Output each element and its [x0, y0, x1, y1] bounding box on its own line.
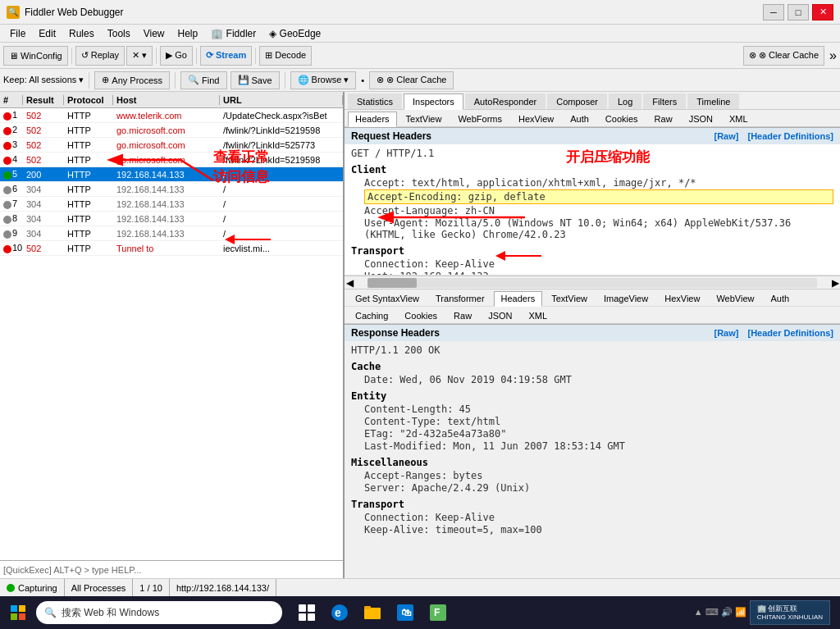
browse-button[interactable]: 🌐 Browse ▾ [290, 71, 357, 89]
col-header-url: URL [220, 95, 343, 105]
menu-tools[interactable]: Tools [101, 26, 137, 41]
response-tab-headers[interactable]: Headers [494, 291, 543, 307]
save-button[interactable]: 💾 Save [231, 71, 280, 89]
table-row[interactable]: 1 502 HTTP www.telerik.com /UpdateCheck.… [0, 108, 343, 123]
table-row[interactable]: 2 502 HTTP go.microsoft.com /fwlink/?Lin… [0, 123, 343, 138]
quickexec-text: [QuickExec] ALT+Q > type HELP... [3, 565, 141, 575]
explorer-icon[interactable] [358, 598, 387, 627]
response-subtab-caching[interactable]: Caching [348, 308, 395, 323]
table-row[interactable]: 7 304 HTTP 192.168.144.133 / [0, 197, 343, 212]
edge-icon[interactable]: e [325, 598, 354, 627]
sub-tab-hexview[interactable]: HexView [511, 112, 561, 126]
taskbar-app1[interactable] [292, 598, 322, 627]
cell-host: www.telerik.com [113, 111, 220, 121]
response-subtab-json[interactable]: JSON [481, 308, 519, 323]
table-row[interactable]: 4 502 HTTP go.microsoft.com /fwlink/?Lin… [0, 153, 343, 167]
response-subtab-xml[interactable]: XML [521, 308, 555, 323]
svg-rect-8 [299, 604, 306, 612]
inspector-tab-composer[interactable]: Composer [547, 93, 607, 109]
winconfig-button[interactable]: 🖥 WinConfig [3, 46, 68, 66]
stream-button[interactable]: ⟳ Stream [200, 46, 252, 66]
process-label: Any Process [112, 75, 162, 85]
close-button[interactable]: ✕ [812, 4, 833, 21]
inspector-tab-statistics[interactable]: Statistics [348, 93, 402, 109]
response-tab-hexview[interactable]: HexView [657, 291, 707, 306]
inspector-tab-filters[interactable]: Filters [643, 93, 686, 109]
store-icon[interactable]: 🛍 [390, 598, 420, 627]
any-process-button[interactable]: ⊕ Any Process [94, 71, 170, 89]
menu-file[interactable]: File [3, 26, 32, 41]
response-tab-imageview[interactable]: ImageView [596, 291, 655, 306]
scrollbar-track [368, 278, 817, 288]
replay-button[interactable]: ↺ Replay [75, 46, 125, 66]
sub-tab-headers[interactable]: Headers [348, 112, 397, 127]
table-row[interactable]: 5 200 HTTP 192.168.144.133 / [0, 167, 343, 182]
response-subtab-raw[interactable]: Raw [446, 308, 479, 323]
response-header-item: Keep-Alive: timeout=5, max=100 [364, 524, 833, 536]
menu-view[interactable]: View [137, 26, 171, 41]
sub-tab-json[interactable]: JSON [682, 112, 720, 126]
response-tab-webview[interactable]: WebView [709, 291, 761, 306]
start-button[interactable] [3, 598, 33, 627]
sub-tab-raw[interactable]: Raw [647, 112, 680, 126]
menu-help[interactable]: Help [171, 26, 205, 41]
decode-button[interactable]: ⊞ Decode [259, 46, 312, 66]
inspector-tab-inspectors[interactable]: Inspectors [404, 93, 463, 110]
response-section-entity: Entity [351, 390, 833, 402]
raw-link[interactable]: [Raw] [714, 131, 738, 141]
response-header-item: Content-Length: 45 [364, 403, 833, 415]
response-tab-transformer[interactable]: Transformer [428, 291, 492, 306]
cell-protocol: HTTP [64, 125, 113, 135]
menu-fiddler[interactable]: 🏢 Fiddler [204, 26, 262, 41]
response-raw-link[interactable]: [Raw] [714, 328, 738, 338]
menu-edit[interactable]: Edit [32, 26, 62, 41]
maximize-button[interactable]: □ [788, 4, 809, 21]
inspector-tab-autoresponder[interactable]: AutoResponder [465, 93, 546, 109]
response-tab-auth[interactable]: Auth [763, 291, 797, 306]
sub-tab-cookies[interactable]: Cookies [598, 112, 646, 126]
toolbar-more-icon[interactable]: » [829, 48, 837, 63]
fiddler-taskbar-icon[interactable]: F [423, 598, 453, 627]
response-defs-link[interactable]: [Header Definitions] [747, 328, 833, 338]
scrollbar-thumb[interactable] [368, 278, 417, 288]
find-button[interactable]: 🔍 Find [180, 71, 226, 89]
browse-label: Browse ▾ [312, 75, 349, 85]
taskbar-search-box[interactable]: 🔍 搜索 Web 和 Windows [36, 601, 282, 624]
sub-tab-webforms[interactable]: WebForms [450, 112, 509, 126]
windows-store-icon: 🛍 [395, 603, 415, 622]
go-button[interactable]: ▶ Go [160, 46, 193, 66]
menu-geoedge[interactable]: ◈ GeoEdge [262, 26, 327, 41]
col-header-num: # [0, 95, 23, 105]
capturing-indicator [7, 584, 15, 592]
table-row[interactable]: 9 304 HTTP 192.168.144.133 / [0, 226, 343, 241]
statusbar: Capturing All Processes 1 / 10 http://19… [0, 578, 840, 596]
clear-cache-icon2: ⊗ [377, 75, 384, 85]
table-row[interactable]: 8 304 HTTP 192.168.144.133 / [0, 212, 343, 226]
clear-cache-button2[interactable]: ⊗ ⊗ Clear Cache [369, 71, 454, 89]
inspector-tab-timeline[interactable]: Timeline [687, 93, 739, 109]
cell-result: 304 [23, 229, 64, 239]
browse-icon: 🌐 [298, 75, 309, 85]
header-defs-link[interactable]: [Header Definitions] [747, 131, 833, 141]
sub-tab-xml[interactable]: XML [722, 112, 756, 126]
inspector-tabs-container: StatisticsInspectorsAutoResponderCompose… [345, 92, 840, 110]
chuangxin-brand: 🏢 创新互联 CHITANG XINHULIAN [750, 600, 830, 625]
response-tab-get-syntaxview[interactable]: Get SyntaxView [348, 291, 427, 306]
horizontal-scrollbar[interactable]: ◀ ▶ [345, 276, 840, 289]
table-row[interactable]: 10 502 HTTP Tunnel to iecvlist.mi... [0, 241, 343, 256]
inspector-tab-log[interactable]: Log [609, 93, 641, 109]
cell-url: / [220, 229, 343, 239]
sub-tab-auth[interactable]: Auth [563, 112, 596, 126]
table-row[interactable]: 3 502 HTTP go.microsoft.com /fwlink/?Lin… [0, 138, 343, 153]
cell-result: 502 [23, 125, 64, 135]
clear-cache-button[interactable]: ⊗ ⊗ Clear Cache [743, 46, 824, 66]
response-tabs2: CachingCookiesRawJSONXML [345, 306, 840, 323]
actions-button[interactable]: ✕ ▾ [126, 46, 153, 66]
sub-tab-textview[interactable]: TextView [399, 112, 450, 126]
menu-rules[interactable]: Rules [62, 26, 101, 41]
minimize-button[interactable]: ─ [763, 4, 784, 21]
cell-num: 9 [0, 228, 23, 238]
response-subtab-cookies[interactable]: Cookies [397, 308, 445, 323]
table-row[interactable]: 6 304 HTTP 192.168.144.133 / [0, 182, 343, 197]
response-tab-textview[interactable]: TextView [544, 291, 595, 306]
